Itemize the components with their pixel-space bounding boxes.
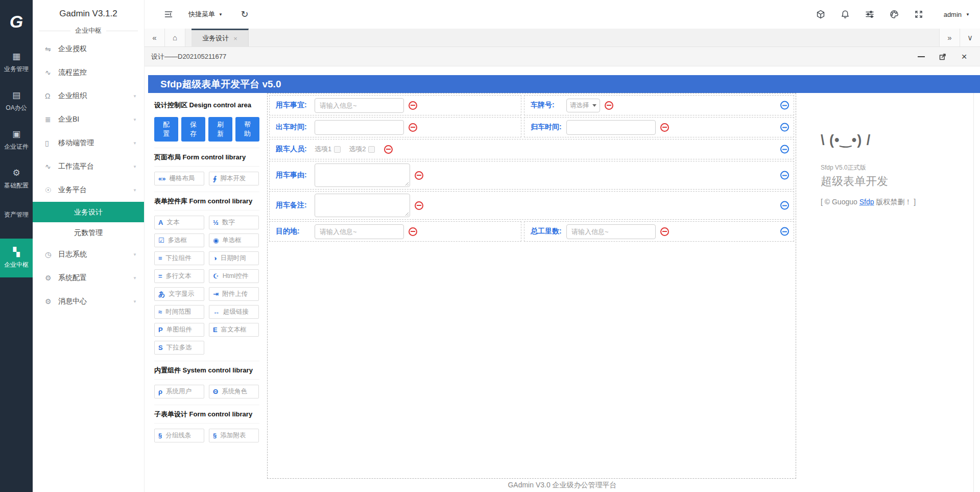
close-icon[interactable]: × [233,35,237,42]
control-dropdown[interactable]: ≡ 下拉组件 [154,251,204,265]
field-vehicle-remark[interactable]: 用车备注: [269,191,794,220]
control-grid-layout[interactable]: «» 栅格布局 [154,172,204,185]
sidebar-subitem-metadata-mgmt[interactable]: 元数管理 [33,222,144,243]
close-icon[interactable]: × [960,52,969,61]
quick-menu-dropdown[interactable]: 快捷菜单 ▼ [188,10,223,19]
control-datetime[interactable]: ◑ 日期时间 [209,251,259,265]
configure-button[interactable]: 配置 [154,117,178,142]
remove-row-icon[interactable] [780,123,789,132]
remove-row-icon[interactable] [780,101,789,110]
sidebar-item-log-system[interactable]: ◷ 日志系统 ▼ [33,243,144,266]
field-departure-time[interactable]: 出车时间: [269,117,521,137]
vehicle-purpose-input[interactable] [315,98,404,113]
sidebar-item-system-config[interactable]: ⚙ 系统配置 ▼ [33,266,144,290]
rail-item-business-mgmt[interactable]: ▦ 业务管理 [0,43,33,82]
sliders-icon[interactable] [863,8,876,21]
control-html[interactable]: ☪ Html控件 [209,269,259,283]
remove-field-icon[interactable] [384,145,393,154]
refresh-button[interactable]: 刷新 [208,117,232,142]
refresh-icon[interactable]: ↻ [238,8,251,21]
remove-field-icon[interactable] [409,123,417,132]
remove-row-icon[interactable] [780,227,789,236]
tab-business-design[interactable]: 业务设计 × [192,29,249,46]
scroll-tabs-left-button[interactable]: « [145,29,165,46]
return-time-input[interactable] [566,120,656,135]
control-add-subtable[interactable]: § 添加附表 [209,429,259,442]
field-accompanying-staff[interactable]: 跟车人员: 选项1 选项2 [269,139,794,159]
option2-checkbox[interactable] [368,146,375,153]
section-heading-design-control: 设计控制区 Design control area [154,96,259,114]
control-single-image[interactable]: P 单图组件 [154,323,204,337]
tab-list-dropdown-button[interactable]: ∨ [960,29,980,46]
vehicle-reason-textarea[interactable] [315,163,410,187]
collapse-sidebar-icon[interactable] [162,8,175,21]
sidebar-item-workflow-platform[interactable]: ∿ 工作流平台 ▼ [33,155,144,178]
control-system-role[interactable]: Θ 系统角色 [209,385,259,399]
sidebar-item-enterprise-bi[interactable]: ≣ 企业BI ▼ [33,108,144,131]
rail-item-base-config[interactable]: ⚙ 基础配置 [0,159,33,198]
remove-row-icon[interactable] [780,201,789,210]
remove-field-icon[interactable] [605,101,613,110]
control-rich-text[interactable]: E 富文本框 [209,323,259,337]
sidebar-item-process-monitor[interactable]: ∿ 流程监控 [33,61,144,84]
remove-row-icon[interactable] [780,171,789,180]
form-design-canvas[interactable]: 用车事宜: 车牌号: 请选择 [267,93,796,479]
remove-row-icon[interactable] [780,145,789,154]
scroll-tabs-right-button[interactable]: » [939,29,960,46]
control-time-range[interactable]: ≈ 时间范围 [154,305,204,319]
option1-checkbox[interactable] [334,146,341,153]
remove-field-icon[interactable] [660,227,669,236]
remove-field-icon[interactable] [415,171,423,180]
remove-field-icon[interactable] [409,227,417,236]
rail-item-oa-office[interactable]: ▤ OA办公 [0,82,33,121]
save-button[interactable]: 保存 [181,117,205,142]
field-destination[interactable]: 目的地: [269,221,521,242]
remove-field-icon[interactable] [415,201,423,210]
sidebar-subitem-business-design[interactable]: 业务设计 [33,202,144,222]
field-vehicle-reason[interactable]: 用车事由: [269,161,794,190]
control-group-line[interactable]: § 分组线条 [154,429,204,442]
palette-icon[interactable] [888,8,901,21]
remove-field-icon[interactable] [409,101,417,110]
app-logo[interactable]: G [0,0,33,43]
departure-time-input[interactable] [315,120,404,135]
maximize-icon[interactable] [938,52,947,61]
control-script-dev[interactable]: ∮ 脚本开发 [209,172,259,185]
control-hyperlink[interactable]: ↔ 超级链接 [209,305,259,319]
control-system-user[interactable]: ρ 系统用户 [154,385,204,399]
destination-input[interactable] [315,224,404,239]
help-button[interactable]: 帮助 [235,117,259,142]
vehicle-remark-textarea[interactable] [315,194,410,217]
bell-icon[interactable] [839,8,852,21]
control-text-display[interactable]: あ 文字显示 [154,287,204,301]
rail-item-certificates[interactable]: ▣ 企业证件 [0,121,33,159]
control-radio[interactable]: ◉ 单选框 [209,233,259,247]
control-attachment-upload[interactable]: ⇥ 附件上传 [209,287,259,301]
home-icon[interactable]: ⌂ [165,29,185,46]
total-mileage-input[interactable] [566,224,656,239]
field-plate-number[interactable]: 车牌号: 请选择 [524,95,794,115]
control-checkbox[interactable]: ☑ 多选框 [154,233,204,247]
sidebar-item-business-platform[interactable]: ☉ 业务平台 ▼ [33,178,144,202]
minimize-icon[interactable] [917,52,926,61]
field-return-time[interactable]: 归车时间: [524,117,794,137]
control-multi-select[interactable]: S 下拉多选 [154,341,204,355]
fullscreen-icon[interactable] [912,8,925,21]
sidebar-item-message-center[interactable]: ⚙ 消息中心 ▼ [33,290,144,313]
cube-icon[interactable] [814,8,827,21]
remove-field-icon[interactable] [660,123,669,132]
field-total-mileage[interactable]: 总工里数: [524,221,794,242]
control-number[interactable]: ½ 数字 [209,216,259,229]
sidebar-item-enterprise-org[interactable]: Ω 企业组织 ▼ [33,84,144,108]
sidebar-item-mobile-mgmt[interactable]: ▯ 移动端管理 ▼ [33,131,144,155]
rail-item-enterprise-hub[interactable]: ▚ 企业中枢 [0,239,33,277]
control-multiline-text[interactable]: = 多行文本 [154,269,204,283]
sidebar-item-enterprise-auth[interactable]: ⇋ 企业授权 [33,37,144,61]
control-text[interactable]: A 文本 [154,216,204,229]
rail-item-assets[interactable]: 资产管理 [0,198,33,231]
user-menu[interactable]: admin ▼ [944,11,970,18]
field-vehicle-purpose[interactable]: 用车事宜: [269,95,521,115]
plate-number-select[interactable]: 请选择 [566,99,600,112]
rich-text-icon: E [213,326,218,334]
sfdp-link[interactable]: Sfdp [859,198,874,206]
